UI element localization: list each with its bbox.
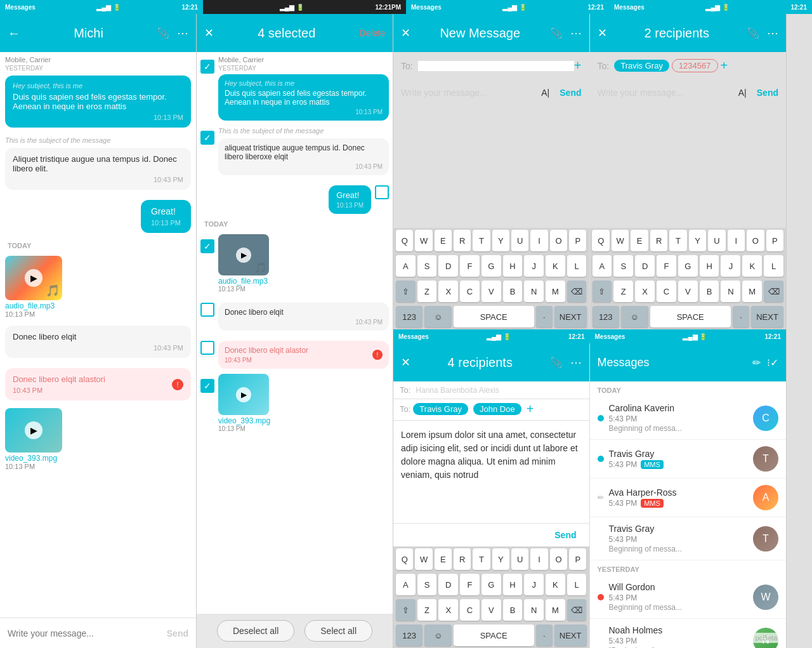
key-f[interactable]: F xyxy=(460,574,480,595)
key-b[interactable]: B xyxy=(503,281,523,302)
key-q[interactable]: Q xyxy=(592,230,609,251)
conversation-item[interactable]: Will Gordon 5:43 PM Beginning of messa..… xyxy=(590,576,787,619)
key-m[interactable]: M xyxy=(546,281,565,302)
more-icon[interactable]: ⋯ xyxy=(570,355,582,369)
key-backspace[interactable]: ⌫ xyxy=(764,281,783,302)
play-button[interactable]: ▶ xyxy=(25,269,43,287)
add-recipient-button[interactable]: + xyxy=(574,58,582,73)
key-next[interactable]: NEXT xyxy=(554,625,587,646)
key-123[interactable]: 123 xyxy=(396,306,422,327)
key-emoji[interactable]: ☺ xyxy=(424,625,451,646)
attach-icon[interactable]: 📎 xyxy=(157,27,169,39)
key-dot[interactable]: · xyxy=(536,306,553,327)
key-k[interactable]: K xyxy=(546,255,565,277)
edit-icon[interactable]: ✏ xyxy=(752,357,761,369)
key-space[interactable]: SPACE xyxy=(454,625,534,646)
key-emoji[interactable]: ☺ xyxy=(424,306,451,327)
key-o[interactable]: O xyxy=(550,230,567,251)
close-icon[interactable]: ✕ xyxy=(598,26,607,40)
key-l[interactable]: L xyxy=(567,255,587,277)
recipient-tag-john[interactable]: John Doe xyxy=(473,403,521,415)
key-n[interactable]: N xyxy=(524,281,544,302)
close-icon[interactable]: ✕ xyxy=(204,26,214,40)
key-s[interactable]: S xyxy=(417,255,437,277)
key-v[interactable]: V xyxy=(481,281,501,302)
key-shift[interactable]: ⇧ xyxy=(593,281,612,302)
key-c[interactable]: C xyxy=(460,281,480,302)
key-d[interactable]: D xyxy=(438,255,458,277)
key-p[interactable]: P xyxy=(766,230,783,251)
key-t[interactable]: T xyxy=(669,230,686,251)
checkbox-unchecked[interactable] xyxy=(200,341,214,355)
checkbox-unchecked[interactable] xyxy=(200,303,214,317)
key-g[interactable]: G xyxy=(481,255,501,277)
key-b[interactable]: B xyxy=(700,281,719,302)
key-k[interactable]: K xyxy=(546,574,565,595)
key-u[interactable]: U xyxy=(511,548,528,570)
key-y[interactable]: Y xyxy=(689,230,706,251)
key-a[interactable]: A xyxy=(396,574,416,595)
to-input[interactable] xyxy=(418,61,574,71)
send-button[interactable]: Send xyxy=(757,88,778,98)
key-r[interactable]: R xyxy=(454,548,471,570)
key-t[interactable]: T xyxy=(473,230,490,251)
key-l[interactable]: L xyxy=(764,255,783,277)
check-all-icon[interactable]: ⁝✓ xyxy=(767,357,778,369)
key-e[interactable]: E xyxy=(631,230,648,251)
close-icon[interactable]: ✕ xyxy=(401,355,410,369)
key-n[interactable]: N xyxy=(524,599,544,621)
key-r[interactable]: R xyxy=(454,230,471,251)
key-t[interactable]: T xyxy=(473,548,490,570)
key-d[interactable]: D xyxy=(438,574,458,595)
recipient-tag-travis[interactable]: Travis Gray xyxy=(413,403,468,415)
key-next[interactable]: NEXT xyxy=(554,306,587,327)
key-n[interactable]: N xyxy=(721,281,740,302)
checkbox-checked[interactable]: ✓ xyxy=(200,131,214,145)
send-button[interactable]: Send xyxy=(560,88,581,98)
key-w[interactable]: W xyxy=(612,230,629,251)
checkbox-checked[interactable]: ✓ xyxy=(200,379,214,393)
key-s[interactable]: S xyxy=(417,574,437,595)
delete-button[interactable]: Delete xyxy=(360,28,385,38)
key-i[interactable]: I xyxy=(530,230,547,251)
add-recipient-button[interactable]: + xyxy=(527,402,534,416)
key-backspace[interactable]: ⌫ xyxy=(567,281,587,302)
key-space[interactable]: SPACE xyxy=(650,306,731,327)
send-button[interactable]: Send xyxy=(549,527,581,543)
key-m[interactable]: M xyxy=(742,281,762,302)
key-c[interactable]: C xyxy=(460,599,480,621)
compose-input[interactable] xyxy=(8,628,167,638)
key-r[interactable]: R xyxy=(650,230,667,251)
key-i[interactable]: I xyxy=(728,230,745,251)
play-button[interactable]: ▶ xyxy=(25,421,43,439)
attach-icon[interactable]: 📎 xyxy=(550,27,563,39)
key-x[interactable]: X xyxy=(438,281,458,302)
key-123[interactable]: 123 xyxy=(396,625,422,646)
key-123[interactable]: 123 xyxy=(593,306,620,327)
key-j[interactable]: J xyxy=(721,255,740,277)
key-z[interactable]: Z xyxy=(417,599,437,621)
key-p[interactable]: P xyxy=(569,548,586,570)
key-space[interactable]: SPACE xyxy=(454,306,534,327)
key-f[interactable]: F xyxy=(460,255,480,277)
attach-icon[interactable]: 📎 xyxy=(747,27,759,39)
key-v[interactable]: V xyxy=(481,599,501,621)
key-o[interactable]: O xyxy=(747,230,764,251)
key-c[interactable]: C xyxy=(657,281,676,302)
key-v[interactable]: V xyxy=(678,281,698,302)
conversation-item[interactable]: Travis Gray 5:43 PM MMS T xyxy=(590,440,787,479)
key-y[interactable]: Y xyxy=(492,230,509,251)
key-dot[interactable]: · xyxy=(733,306,749,327)
key-d[interactable]: D xyxy=(635,255,655,277)
key-y[interactable]: Y xyxy=(492,548,509,570)
back-icon[interactable]: ← xyxy=(8,26,20,41)
key-j[interactable]: J xyxy=(524,255,544,277)
key-u[interactable]: U xyxy=(708,230,725,251)
key-h[interactable]: H xyxy=(503,255,523,277)
key-h[interactable]: H xyxy=(503,574,523,595)
checkbox-checked[interactable]: ✓ xyxy=(200,60,214,74)
key-a[interactable]: A xyxy=(396,255,416,277)
key-w[interactable]: W xyxy=(415,230,432,251)
select-all-button[interactable]: Select all xyxy=(304,620,372,642)
key-shift[interactable]: ⇧ xyxy=(396,599,416,621)
